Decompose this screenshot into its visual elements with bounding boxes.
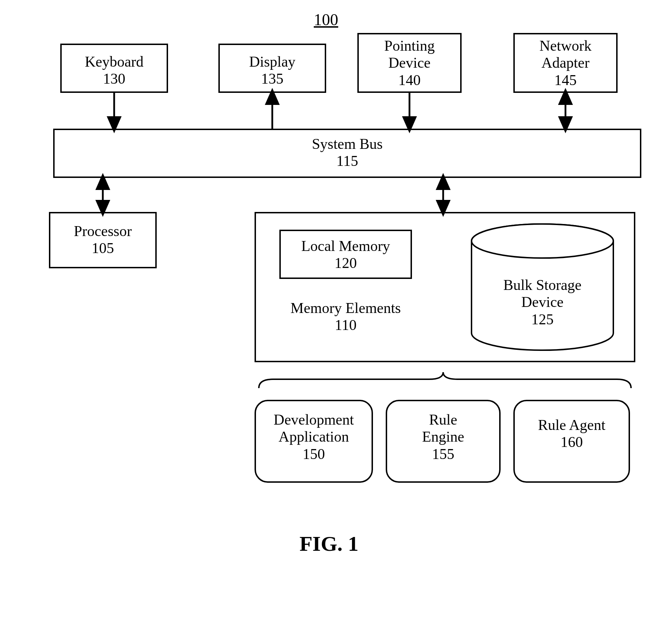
keyboard-label: Keyboard 130 bbox=[61, 53, 167, 88]
local-memory-label: Local Memory 120 bbox=[280, 237, 411, 272]
network-adapter-label: Network Adapter 145 bbox=[514, 37, 617, 89]
memory-elements-label: Memory Elements 110 bbox=[280, 299, 411, 334]
figure-caption: FIG. 1 bbox=[0, 532, 658, 556]
display-label: Display 135 bbox=[219, 53, 325, 88]
bulk-storage-label: Bulk Storage Device 125 bbox=[472, 276, 613, 328]
curly-brace bbox=[259, 372, 631, 388]
system-bus-label: System Bus 115 bbox=[54, 135, 641, 170]
rule-engine-label: Rule Engine 155 bbox=[386, 411, 500, 463]
dev-app-label: Development Application 150 bbox=[255, 411, 372, 463]
pointing-device-label: Pointing Device 140 bbox=[358, 37, 461, 89]
svg-point-1 bbox=[472, 224, 613, 258]
figure-canvas: 100 Keyboard 130 Display 135 Pointing De… bbox=[0, 0, 658, 644]
rule-agent-label: Rule Agent 160 bbox=[514, 416, 629, 451]
figure-number: 100 bbox=[314, 11, 338, 29]
processor-label: Processor 105 bbox=[50, 223, 156, 257]
